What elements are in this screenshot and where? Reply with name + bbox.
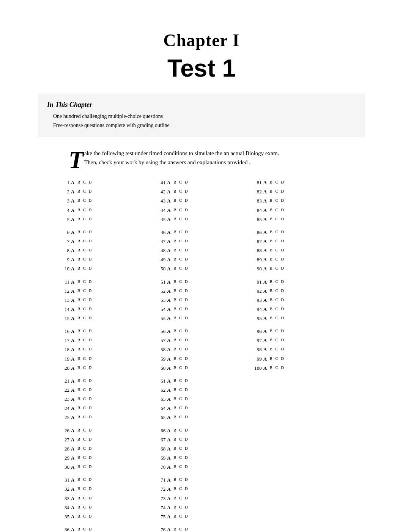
option-B[interactable]: B [173, 377, 177, 385]
option-B[interactable]: B [173, 436, 177, 444]
option-D[interactable]: D [281, 247, 284, 254]
option-D[interactable]: D [89, 513, 92, 521]
question-options[interactable]: A B C D [263, 297, 285, 304]
option-D[interactable]: D [89, 476, 92, 484]
option-C[interactable]: C [179, 355, 183, 363]
answer-row[interactable]: 11A B C D [57, 278, 153, 286]
option-C[interactable]: C [179, 229, 183, 236]
answer-row[interactable]: 90A B C D [250, 265, 346, 273]
question-options[interactable]: A B C D [71, 337, 92, 344]
answer-row[interactable]: 55A B C D [153, 314, 249, 323]
option-A[interactable]: A [71, 405, 75, 412]
option-A[interactable]: A [71, 315, 75, 322]
option-A[interactable]: A [263, 179, 268, 187]
option-C[interactable]: C [275, 287, 279, 295]
option-A[interactable]: A [71, 287, 75, 295]
option-C[interactable]: C [179, 377, 183, 385]
answer-row[interactable]: 88A B C D [250, 246, 346, 255]
question-options[interactable]: A B C D [71, 504, 92, 512]
option-A[interactable]: A [167, 265, 171, 273]
option-A[interactable]: A [71, 297, 75, 304]
option-A[interactable]: A [71, 463, 75, 471]
option-B[interactable]: B [77, 238, 81, 245]
option-C[interactable]: C [83, 395, 87, 403]
question-options[interactable]: A B C D [167, 476, 188, 484]
option-A[interactable]: A [167, 526, 171, 532]
option-B[interactable]: B [270, 179, 273, 187]
option-A[interactable]: A [71, 377, 75, 385]
answer-row[interactable]: 10A B C D [57, 265, 153, 273]
option-B[interactable]: B [270, 207, 273, 214]
option-C[interactable]: C [179, 247, 183, 254]
option-C[interactable]: C [179, 436, 183, 444]
option-C[interactable]: C [179, 495, 183, 502]
question-options[interactable]: A B C D [71, 188, 92, 196]
option-D[interactable]: D [89, 247, 92, 254]
option-B[interactable]: B [173, 504, 177, 512]
answer-row[interactable]: 49A B C D [153, 256, 249, 264]
option-A[interactable]: A [263, 278, 268, 286]
option-D[interactable]: D [281, 278, 284, 286]
question-options[interactable]: A B C D [263, 328, 285, 335]
option-A[interactable]: A [71, 197, 75, 205]
answer-row[interactable]: 8A B C D [57, 246, 153, 255]
option-B[interactable]: B [77, 454, 81, 462]
option-A[interactable]: A [71, 355, 75, 363]
option-A[interactable]: A [167, 229, 171, 236]
answer-row[interactable]: 92A B C D [250, 287, 346, 295]
option-D[interactable]: D [185, 395, 188, 403]
option-B[interactable]: B [77, 197, 81, 205]
option-C[interactable]: C [275, 278, 279, 286]
option-A[interactable]: A [71, 495, 75, 502]
question-options[interactable]: A B C D [167, 179, 188, 187]
option-D[interactable]: D [89, 414, 92, 421]
option-C[interactable]: C [275, 346, 279, 353]
option-C[interactable]: C [179, 188, 183, 196]
answer-row[interactable]: 97A B C D [250, 336, 346, 345]
answer-row[interactable]: 65A B C D [153, 413, 249, 422]
option-B[interactable]: B [77, 207, 81, 214]
option-D[interactable]: D [185, 414, 188, 421]
option-B[interactable]: B [173, 207, 177, 214]
option-C[interactable]: C [179, 297, 183, 304]
option-D[interactable]: D [281, 287, 284, 295]
question-options[interactable]: A B C D [71, 229, 92, 236]
option-A[interactable]: A [71, 395, 75, 403]
option-B[interactable]: B [77, 495, 81, 502]
answer-row[interactable]: 27A B C D [57, 436, 153, 444]
answer-row[interactable]: 6A B C D [57, 228, 153, 237]
option-D[interactable]: D [185, 337, 188, 344]
option-D[interactable]: D [281, 179, 284, 187]
option-B[interactable]: B [77, 229, 81, 236]
option-C[interactable]: C [179, 445, 183, 453]
option-A[interactable]: A [71, 414, 75, 421]
option-A[interactable]: A [263, 306, 268, 313]
question-options[interactable]: A B C D [167, 445, 188, 453]
option-B[interactable]: B [173, 476, 177, 484]
option-C[interactable]: C [179, 278, 183, 286]
question-options[interactable]: A B C D [167, 405, 188, 412]
option-B[interactable]: B [173, 278, 177, 286]
option-B[interactable]: B [77, 278, 81, 286]
option-A[interactable]: A [167, 297, 171, 304]
option-B[interactable]: B [270, 346, 273, 353]
question-options[interactable]: A B C D [71, 287, 92, 295]
option-C[interactable]: C [179, 197, 183, 205]
answer-row[interactable]: 20A B C D [57, 364, 153, 372]
question-options[interactable]: A B C D [167, 454, 188, 462]
question-options[interactable]: A B C D [167, 207, 188, 214]
question-options[interactable]: A B C D [167, 315, 188, 322]
option-A[interactable]: A [263, 207, 268, 214]
answer-row[interactable]: 62A B C D [153, 386, 249, 394]
option-C[interactable]: C [83, 364, 87, 372]
answer-row[interactable]: 35A B C D [57, 513, 153, 521]
question-options[interactable]: A B C D [71, 513, 92, 521]
question-options[interactable]: A B C D [71, 265, 92, 273]
question-options[interactable]: A B C D [263, 216, 285, 223]
option-B[interactable]: B [270, 364, 273, 372]
option-B[interactable]: B [270, 297, 273, 304]
option-D[interactable]: D [89, 337, 92, 344]
answer-row[interactable]: 54A B C D [153, 305, 249, 314]
option-D[interactable]: D [281, 306, 284, 313]
answer-row[interactable]: 17A B C D [57, 336, 153, 345]
